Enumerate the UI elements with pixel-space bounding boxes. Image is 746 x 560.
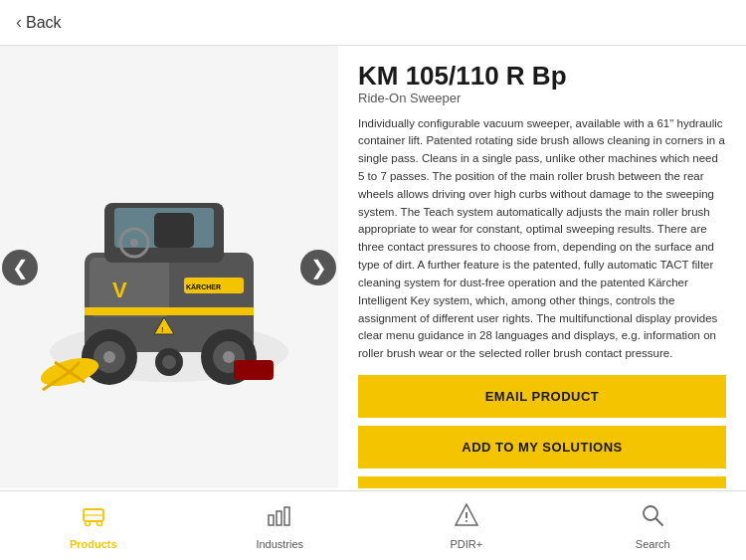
product-details: KM 105/110 R Bp Ride-On Sweeper Individu… bbox=[338, 46, 746, 488]
industries-nav-label: Industries bbox=[256, 538, 303, 550]
svg-point-7 bbox=[130, 239, 138, 247]
email-product-button[interactable]: EMAIL PRODUCT bbox=[358, 375, 726, 418]
svg-point-38 bbox=[466, 520, 467, 522]
svg-rect-34 bbox=[277, 511, 281, 525]
svg-text:V: V bbox=[112, 278, 127, 302]
product-description: Individually configurable vacuum sweeper… bbox=[358, 115, 726, 363]
products-icon bbox=[80, 501, 107, 535]
left-arrow-icon: ❮ bbox=[12, 256, 29, 280]
products-nav-label: Products bbox=[70, 538, 117, 550]
svg-point-16 bbox=[223, 351, 235, 363]
product-image-area: ❮ bbox=[0, 46, 338, 488]
prev-arrow-button[interactable]: ❮ bbox=[2, 250, 38, 285]
search-icon bbox=[639, 501, 666, 535]
nav-search[interactable]: Search bbox=[618, 501, 687, 550]
back-button[interactable]: ‹ Back bbox=[16, 12, 62, 33]
product-illustration: KÄRCHER bbox=[25, 123, 313, 412]
pdir-nav-label: PDIR+ bbox=[450, 538, 482, 550]
svg-point-30 bbox=[85, 521, 90, 526]
add-to-solutions-button[interactable]: ADD TO MY SOLUTIONS bbox=[358, 426, 726, 468]
product-title: KM 105/110 R Bp bbox=[358, 62, 726, 91]
pdir-icon bbox=[453, 501, 480, 535]
product-subtitle: Ride-On Sweeper bbox=[358, 91, 726, 105]
svg-text:!: ! bbox=[161, 325, 164, 334]
back-chevron-icon: ‹ bbox=[16, 12, 22, 33]
svg-point-31 bbox=[96, 521, 101, 526]
action-buttons: EMAIL PRODUCT ADD TO MY SOLUTIONS VIEW P… bbox=[358, 375, 726, 488]
product-image: KÄRCHER bbox=[20, 46, 318, 488]
svg-line-40 bbox=[656, 519, 663, 526]
back-label: Back bbox=[26, 14, 62, 32]
svg-point-18 bbox=[162, 355, 176, 369]
nav-products[interactable]: Products bbox=[59, 501, 128, 550]
next-arrow-button[interactable]: ❯ bbox=[300, 250, 336, 285]
nav-pdir[interactable]: PDIR+ bbox=[432, 501, 501, 550]
search-nav-label: Search bbox=[636, 538, 670, 550]
view-brochure-button[interactable]: VIEW PRODUCT BROCHURE bbox=[358, 476, 726, 488]
bottom-nav: Products Industries PDIR+ bbox=[0, 490, 746, 560]
svg-point-13 bbox=[103, 351, 115, 363]
svg-rect-3 bbox=[85, 307, 254, 315]
svg-rect-33 bbox=[269, 515, 274, 525]
svg-rect-25 bbox=[234, 360, 274, 380]
right-arrow-icon: ❯ bbox=[310, 256, 327, 280]
industries-icon bbox=[266, 501, 293, 535]
svg-rect-8 bbox=[154, 213, 194, 248]
svg-text:KÄRCHER: KÄRCHER bbox=[186, 283, 221, 290]
nav-industries[interactable]: Industries bbox=[245, 501, 314, 550]
header: ‹ Back bbox=[0, 0, 746, 46]
svg-rect-35 bbox=[284, 507, 289, 525]
main-content: ❮ bbox=[0, 46, 746, 488]
